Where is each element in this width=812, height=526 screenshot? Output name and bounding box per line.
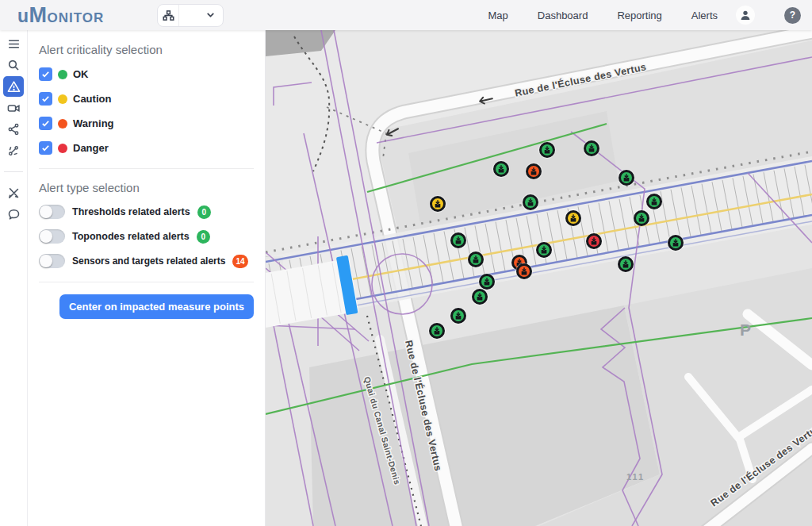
app-header: uMONITOR Map Dashboard Reporting Alerts …: [0, 0, 812, 30]
icon-sidebar: [0, 30, 28, 526]
type-label-thresholds: Thresholds related alerts: [72, 206, 190, 217]
app-logo: uMONITOR: [17, 3, 104, 28]
check-icon: [41, 119, 50, 128]
count-badge-sensors: 14: [232, 255, 247, 268]
search-icon[interactable]: [3, 55, 24, 75]
map-marker-ok[interactable]: [668, 235, 684, 251]
measure-point-icon: [431, 325, 442, 337]
map-marker-ok[interactable]: [584, 140, 599, 156]
map-marker-ok[interactable]: [619, 170, 634, 186]
map-marker-danger[interactable]: [586, 233, 602, 249]
rail-divider: [4, 171, 23, 172]
criticality-row-caution: Caution: [39, 92, 254, 106]
measure-point-icon: [496, 163, 507, 175]
map-marker-ok[interactable]: [536, 242, 552, 258]
measure-point-icon: [586, 143, 597, 155]
criticality-label-warning: Warning: [73, 117, 114, 129]
comments-icon[interactable]: [3, 204, 24, 225]
map-marker-ok[interactable]: [429, 323, 445, 339]
map-marker-caution[interactable]: [565, 210, 581, 226]
hierarchy-tree-icon: [158, 5, 179, 26]
toggle-sensors[interactable]: [39, 254, 65, 268]
camera-icon[interactable]: [3, 98, 24, 118]
measure-point-icon: [470, 254, 481, 266]
nav-dashboard[interactable]: Dashboard: [538, 10, 588, 21]
panel-divider: [39, 168, 254, 169]
type-label-sensors: Sensors and targets related alerts: [72, 255, 225, 267]
criticality-checkbox-warning[interactable]: [39, 117, 52, 130]
nav-map[interactable]: Map: [488, 10, 508, 21]
map-marker-ok[interactable]: [450, 232, 466, 248]
type-row-sensors: Sensors and targets related alerts 14: [39, 254, 254, 268]
toggle-thresholds[interactable]: [39, 205, 65, 219]
count-badge-thresholds: 0: [197, 205, 211, 219]
measure-point-icon: [525, 197, 536, 209]
measure-point-icon: [620, 259, 631, 271]
map-marker-ok[interactable]: [450, 308, 466, 324]
criticality-checkbox-caution[interactable]: [39, 92, 52, 106]
edit-tools-icon[interactable]: [3, 182, 24, 203]
measure-point-icon: [542, 144, 553, 156]
map-marker-warning[interactable]: [516, 263, 532, 279]
menu-icon[interactable]: [3, 33, 24, 54]
measure-point-icon: [481, 276, 492, 288]
map-marker-ok[interactable]: [539, 142, 555, 158]
sensors-icon[interactable]: [3, 140, 24, 161]
alerts-triangle-icon[interactable]: [3, 76, 24, 97]
check-icon: [41, 94, 50, 103]
status-dot-ok: [58, 70, 67, 79]
measure-point-icon: [519, 266, 530, 278]
user-avatar-button[interactable]: [736, 6, 755, 25]
criticality-row-warning: Warning: [39, 117, 254, 130]
status-dot-caution: [58, 94, 67, 104]
criticality-checkbox-danger[interactable]: [39, 141, 52, 155]
center-on-measure-points-button[interactable]: Center on impacted measure points: [59, 294, 254, 319]
measure-point-icon: [453, 310, 464, 322]
criticality-section-title: Alert criticality selection: [39, 43, 254, 56]
type-section-title: Alert type selection: [39, 181, 254, 194]
measure-point-icon: [649, 196, 660, 208]
filters-panel: Alert criticality selection OK Caution W…: [28, 30, 266, 526]
map-marker-ok[interactable]: [646, 194, 662, 209]
toggle-knob: [40, 255, 52, 267]
criticality-row-ok: OK: [39, 67, 254, 81]
map-canvas[interactable]: Rue de l'Écluse des Vertus Rue de l'Éclu…: [266, 30, 812, 526]
chevron-down-icon: [205, 9, 223, 23]
network-selector-dropdown[interactable]: [157, 4, 224, 27]
map-marker-warning[interactable]: [526, 163, 542, 179]
measure-point-icon: [528, 166, 539, 178]
measure-point-icon: [588, 236, 599, 248]
help-button[interactable]: ?: [784, 7, 801, 24]
criticality-row-danger: Danger: [39, 141, 254, 155]
map-marker-ok[interactable]: [468, 251, 484, 267]
toggle-knob: [40, 205, 52, 218]
status-dot-warning: [58, 119, 67, 129]
type-label-toponodes: Toponodes related alerts: [72, 231, 190, 242]
measure-point-icon: [568, 213, 579, 225]
measure-point-icon: [474, 291, 485, 303]
count-badge-toponodes: 0: [197, 230, 210, 244]
toggle-knob: [40, 230, 52, 243]
criticality-checkbox-ok[interactable]: [39, 67, 52, 81]
map-marker-ok[interactable]: [479, 274, 495, 290]
map-marker-ok[interactable]: [634, 210, 649, 226]
panel-divider: [39, 282, 254, 282]
map-markers-layer: [266, 30, 812, 526]
user-icon: [739, 9, 752, 21]
measure-point-icon: [453, 235, 464, 247]
nav-alerts[interactable]: Alerts: [691, 10, 718, 21]
check-icon: [41, 144, 50, 152]
network-icon[interactable]: [3, 119, 24, 140]
map-marker-ok[interactable]: [523, 194, 538, 210]
measure-point-icon: [670, 237, 681, 249]
toggle-toponodes[interactable]: [39, 229, 65, 244]
criticality-label-caution: Caution: [73, 93, 111, 105]
main-nav: Map Dashboard Reporting Alerts ?: [488, 6, 801, 25]
map-marker-caution[interactable]: [430, 196, 446, 212]
map-marker-ok[interactable]: [493, 161, 509, 177]
map-marker-ok[interactable]: [472, 289, 488, 305]
criticality-label-danger: Danger: [73, 142, 109, 154]
measure-point-icon: [621, 172, 632, 184]
map-marker-ok[interactable]: [618, 256, 634, 272]
nav-reporting[interactable]: Reporting: [617, 10, 661, 21]
